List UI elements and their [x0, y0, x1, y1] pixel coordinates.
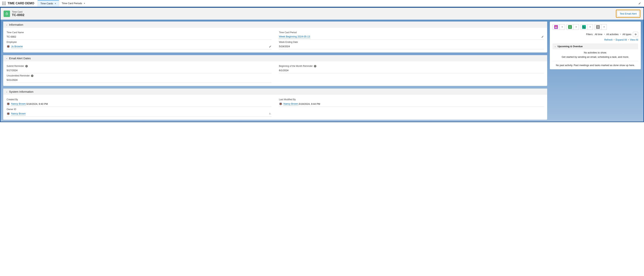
chevron-down-icon: ⌄ — [554, 45, 556, 48]
info-icon[interactable]: i — [31, 74, 34, 77]
tab-label: Time Cards — [40, 2, 53, 5]
new-task-button[interactable]: ☰ — [566, 24, 574, 30]
chevron-down-icon: ⌄ — [6, 90, 8, 93]
divider — [552, 61, 638, 61]
filter-time: All time — [595, 33, 602, 36]
refresh-link[interactable]: Refresh — [604, 38, 613, 41]
section-toggle-information[interactable]: ⌄ Information — [3, 22, 547, 28]
email-dropdown[interactable]: ▼ — [602, 24, 607, 30]
email-alert-dates-section: ⌄ Email Alert Dates Submit Reminder i 5/… — [3, 55, 547, 86]
info-icon[interactable]: i — [25, 65, 28, 68]
time-card-name-value: TC-0002 — [6, 35, 16, 38]
avatar-icon: 🐻 — [6, 112, 10, 115]
tab-time-card-periods[interactable]: Time Card Periods ▼ — [59, 0, 88, 7]
field-label: Created By — [6, 98, 272, 101]
month-reminder-value: 6/1/2024 — [279, 69, 288, 72]
upcoming-overdue-title: Upcoming & Overdue — [558, 45, 583, 48]
filter-types: All types — [622, 33, 631, 36]
week-ending-value: 5/19/2024 — [279, 45, 290, 48]
avatar-icon: 🐻 — [6, 45, 10, 48]
submit-reminder-value: 5/17/2024 — [6, 69, 18, 72]
new-event-button[interactable]: 📅 — [552, 24, 560, 30]
field-label: Unsubmitted Reminder — [6, 74, 30, 77]
task-icon: ☰ — [568, 25, 572, 29]
svg-point-1 — [270, 113, 270, 114]
upcoming-overdue-toggle[interactable]: ⌄ Upcoming & Overdue — [552, 44, 638, 49]
email-icon: ✉ — [596, 25, 600, 29]
field-label: Owner ID — [6, 108, 272, 111]
no-past-activity-text: No past activity. Past meetings and task… — [552, 64, 638, 67]
owner-user-link[interactable]: Nancy Brown — [11, 112, 26, 115]
created-by-user-link[interactable]: Nancy Brown — [11, 102, 26, 106]
activity-panel: 📅 ▼ ☰ ▼ 📞 ▼ ✉ ▼ Filters: All time — [550, 22, 641, 69]
last-modified-by-timestamp: 5/18/2024, 9:44 PM — [299, 102, 320, 105]
record-type-label: Time Card — [12, 10, 24, 13]
new-event-dropdown[interactable]: ▼ — [560, 24, 565, 30]
chevron-down-icon: ⌄ — [6, 57, 8, 60]
record-title: TC-0002 — [12, 13, 24, 17]
employee-link[interactable]: Jo Browne — [11, 45, 23, 48]
field-label: Time Card Period — [279, 31, 544, 34]
created-by-timestamp: 5/18/2024, 9:40 PM — [26, 102, 48, 105]
phone-icon: 📞 — [582, 25, 586, 29]
svg-point-2 — [270, 114, 271, 114]
app-launcher-icon[interactable] — [2, 2, 6, 5]
log-call-button[interactable]: 📞 — [580, 24, 588, 30]
unsubmitted-reminder-value: 5/21/2024 — [6, 78, 18, 81]
expand-all-link[interactable]: Expand All — [616, 38, 627, 41]
chevron-down-icon: ⌄ — [6, 24, 8, 26]
chevron-down-icon[interactable]: ▼ — [84, 2, 85, 4]
view-all-link[interactable]: View All — [630, 38, 638, 41]
field-label: Beginning of the Month Reminder — [279, 65, 313, 68]
calendar-icon: 📅 — [554, 25, 558, 29]
system-information-section: ⌄ System Information Created By 🐻 Nancy … — [3, 88, 547, 120]
highlighted-action: Test Email Alert — [616, 10, 640, 18]
filter-activities: All activities — [606, 33, 618, 36]
info-icon[interactable]: i — [314, 65, 316, 68]
information-section: ⌄ Information Time Card Name TC-0002 Tim… — [3, 22, 547, 52]
section-title: Email Alert Dates — [9, 57, 31, 60]
edit-page-icon[interactable] — [637, 2, 642, 5]
filters-label: Filters: — [586, 33, 593, 36]
tab-time-cards[interactable]: Time Cards ▼ — [38, 0, 59, 6]
field-label: Employee — [6, 41, 272, 44]
edit-field-icon[interactable] — [541, 36, 544, 38]
app-name: TIME CARD DEMO — [8, 2, 34, 5]
section-title: System Information — [9, 90, 34, 93]
filter-settings-button[interactable] — [633, 32, 638, 37]
chevron-down-icon[interactable]: ▼ — [54, 3, 56, 4]
last-modified-by-user-link[interactable]: Nancy Brown — [284, 102, 298, 106]
time-card-period-link[interactable]: Week Beginning 2024-05-13 — [279, 35, 310, 38]
email-button[interactable]: ✉ — [594, 24, 602, 30]
avatar-icon: 🐻 — [279, 102, 282, 106]
edit-field-icon[interactable] — [269, 45, 272, 48]
log-call-dropdown[interactable]: ▼ — [588, 24, 593, 30]
field-label: Last Modified By — [279, 98, 544, 101]
empty-activities-line2: Get started by sending an email, schedul… — [552, 56, 638, 58]
tab-label: Time Card Periods — [62, 2, 82, 5]
section-toggle-system-info[interactable]: ⌄ System Information — [3, 88, 547, 95]
change-owner-icon[interactable] — [269, 112, 272, 115]
section-title: Information — [9, 23, 23, 26]
field-label: Time Card Name — [6, 31, 272, 34]
gear-icon — [634, 33, 637, 36]
record-header: Time Card TC-0002 Test Email Alert — [0, 8, 644, 20]
test-email-alert-button[interactable]: Test Email Alert — [617, 11, 639, 16]
avatar-icon: 🐻 — [6, 102, 10, 106]
field-label: Submit Reminder — [6, 65, 24, 68]
section-toggle-email-alerts[interactable]: ⌄ Email Alert Dates — [3, 55, 547, 61]
time-card-icon — [4, 10, 10, 17]
new-task-dropdown[interactable]: ▼ — [574, 24, 579, 30]
field-label: Week Ending Date — [279, 41, 544, 44]
empty-activities-line1: No activities to show. — [552, 51, 638, 54]
